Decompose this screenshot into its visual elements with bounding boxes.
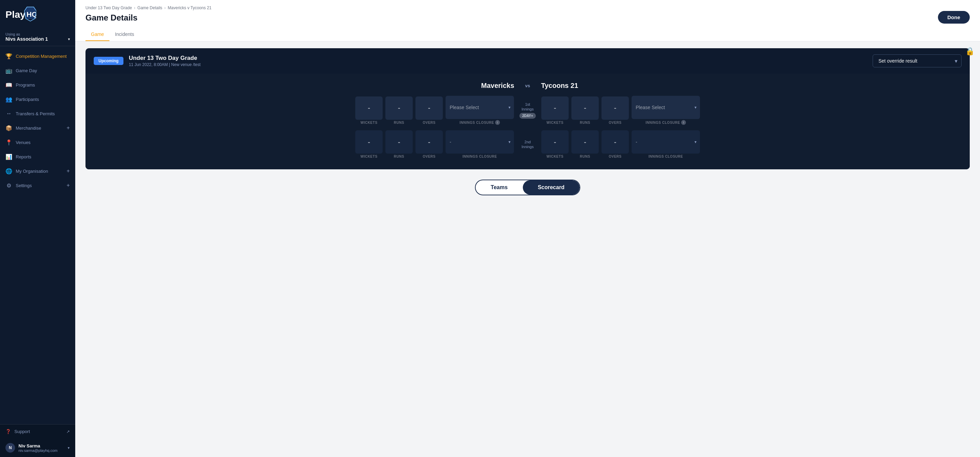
right-closure-wrapper-2: - [632,131,700,154]
right-innings-closure-select-2[interactable]: - [632,131,700,154]
breadcrumb-item-3[interactable]: Mavericks v Tycoons 21 [168,5,212,10]
left-wickets-col-1: - WICKETS [355,97,383,124]
sidebar-bottom: ❓ Support ↗ N Niv Sarma niv.sarma@playhq… [0,424,75,457]
sidebar-item-settings[interactable]: ⚙ Settings + [0,178,75,193]
left-wickets-col-2: - WICKETS [355,131,383,158]
gameday-icon: 📺 [5,67,12,74]
left-runs-input-2[interactable]: - [385,131,413,154]
sidebar-item-transfers[interactable]: ↔ Transfers & Permits [0,107,75,121]
vs-label: vs [514,83,541,88]
toggle-section: Teams Scorecard [86,180,970,195]
sidebar-item-label: Game Day [16,68,37,73]
svg-text:Play: Play [5,9,25,20]
innings-center-2: 2ndInnings [514,140,541,150]
left-closure-col-1: Please Select INNINGS CLOSURE i [445,96,514,125]
right-wickets-input-2[interactable]: - [541,131,569,154]
account-switcher[interactable]: Using as Nivs Association 1 ▾ [0,28,75,46]
sidebar-item-programs[interactable]: 📖 Programs [0,78,75,92]
sidebar-item-venues[interactable]: 📍 Venues [0,135,75,150]
right-runs-label-2: RUNS [580,154,590,158]
right-overs-input-1[interactable]: - [601,97,629,120]
organisation-icon: 🌐 [5,167,12,174]
lock-icon: 🔒 [965,47,975,56]
user-avatar: N [5,443,15,452]
left-innings-closure-select-2[interactable]: - [445,131,514,154]
merchandise-icon: 📦 [5,124,12,131]
using-as-label: Using as [5,32,70,36]
trophy-icon: 🏆 [5,53,12,59]
sidebar-item-my-organisation[interactable]: 🌐 My Organisation + [0,164,75,178]
svg-text:HQ: HQ [27,10,37,18]
right-innings-closure-select-1[interactable]: Please Select [632,96,700,119]
sidebar-item-game-day[interactable]: 📺 Game Day [0,63,75,78]
account-name-text: Nivs Association 1 [5,36,48,42]
sidebar-item-label: Settings [16,183,32,188]
user-profile[interactable]: N Niv Sarma niv.sarma@playhq.com ▾ [0,438,75,457]
left-innings-closure-select-1[interactable]: Please Select [445,96,514,119]
sidebar-item-label: Participants [16,97,39,102]
breadcrumb-item-1[interactable]: Under 13 Two Day Grade [86,5,132,10]
right-wickets-col-1: - WICKETS [541,97,569,124]
done-button[interactable]: Done [938,11,970,24]
programs-icon: 📖 [5,81,12,88]
innings-row-1: - WICKETS - RUNS - OVERS [94,96,961,125]
left-wickets-input-2[interactable]: - [355,131,383,154]
left-overs-input-2[interactable]: - [415,131,443,154]
right-closure-label-2: INNINGS CLOSURE [649,154,683,158]
left-wickets-label-2: WICKETS [360,154,377,158]
innings-left-2: - WICKETS - RUNS - OVERS [94,131,514,158]
scorecard-toggle-button[interactable]: Scorecard [523,180,579,195]
venues-icon: 📍 [5,139,12,146]
innings-right-2: - WICKETS - RUNS - OVERS [541,131,961,158]
user-info: Niv Sarma niv.sarma@playhq.com [19,443,64,452]
right-overs-label-1: OVERS [609,121,622,124]
left-wickets-input-1[interactable]: - [355,97,383,120]
left-closure-label-1: INNINGS CLOSURE i [460,120,500,125]
left-wickets-label-1: WICKETS [360,121,377,124]
sidebar-item-label: Programs [16,83,35,88]
right-overs-input-2[interactable]: - [601,131,629,154]
user-name: Niv Sarma [19,443,64,449]
sidebar-item-label: Venues [16,140,30,145]
support-item[interactable]: ❓ Support ↗ [0,425,75,438]
left-overs-input-1[interactable]: - [415,97,443,120]
override-result-select[interactable]: Set override resultTeam 1 WinTeam 2 WinD… [873,54,961,67]
right-wickets-input-1[interactable]: - [541,97,569,120]
right-runs-input-2[interactable]: - [571,131,599,154]
right-wickets-label-1: WICKETS [546,121,563,124]
sidebar-item-merchandise[interactable]: 📦 Merchandise + [0,121,75,135]
left-runs-label-2: RUNS [394,154,404,158]
left-overs-label-1: OVERS [423,121,436,124]
sidebar-item-label: Competition Management [16,54,67,59]
tabs: Game Incidents [86,28,970,41]
left-closure-col-2: - INNINGS CLOSURE [445,131,514,158]
sidebar-item-participants[interactable]: 👥 Participants [0,92,75,107]
main-header: Under 13 Two Day Grade › Game Details › … [75,0,980,41]
left-closure-wrapper-2: - [445,131,514,154]
breadcrumb-item-2[interactable]: Game Details [137,5,162,10]
left-runs-input-1[interactable]: - [385,97,413,120]
tab-game[interactable]: Game [86,28,110,41]
right-runs-input-1[interactable]: - [571,97,599,120]
teams-toggle-button[interactable]: Teams [476,180,523,195]
support-label: Support [14,429,30,434]
sidebar-item-competition-management[interactable]: 🏆 Competition Management [0,49,75,63]
sidebar-item-reports[interactable]: 📊 Reports [0,150,75,164]
right-runs-col-1: - RUNS [571,97,599,124]
tab-incidents[interactable]: Incidents [110,28,140,41]
playhq-logo: Play HQ [5,6,36,23]
innings-1st-label: 1stInnings [522,102,533,112]
main-content: Under 13 Two Day Grade › Game Details › … [75,0,980,457]
right-wickets-col-2: - WICKETS [541,131,569,158]
breadcrumb: Under 13 Two Day Grade › Game Details › … [86,5,211,10]
right-closure-info-icon-1[interactable]: i [681,120,686,125]
left-closure-info-icon-1[interactable]: i [495,120,500,125]
right-runs-label-1: RUNS [580,121,590,124]
innings-right-1: - WICKETS - RUNS - OVERS [541,96,961,125]
innings-1st-badge: 2DAY+ [519,113,536,119]
game-info: Under 13 Two Day Grade 11 Jun 2022, 8:00… [129,55,201,67]
page-title-text: Game Details [86,13,137,22]
account-name[interactable]: Nivs Association 1 ▾ [5,36,70,42]
toggle-group: Teams Scorecard [475,180,580,195]
date-venue: 11 Jun 2022, 8:00AM | New venue /test [129,62,201,67]
